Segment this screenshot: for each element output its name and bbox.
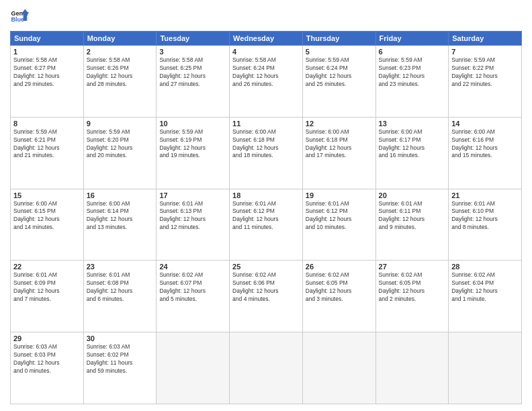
day-info: Sunrise: 5:59 AM Sunset: 6:22 PM Dayligh… <box>451 56 519 89</box>
day-cell: 10Sunrise: 5:59 AM Sunset: 6:19 PM Dayli… <box>157 117 230 189</box>
col-header-thursday: Thursday <box>302 32 375 46</box>
day-cell: 3Sunrise: 5:58 AM Sunset: 6:25 PM Daylig… <box>157 46 230 118</box>
day-number: 15 <box>13 191 81 199</box>
calendar-table: SundayMondayTuesdayWednesdayThursdayFrid… <box>10 31 522 404</box>
logo-icon: General Blue <box>10 7 29 26</box>
col-header-friday: Friday <box>375 32 449 46</box>
day-cell: 19Sunrise: 6:01 AM Sunset: 6:12 PM Dayli… <box>302 189 375 261</box>
day-info: Sunrise: 5:59 AM Sunset: 6:24 PM Dayligh… <box>306 56 373 89</box>
day-cell: 22Sunrise: 6:01 AM Sunset: 6:09 PM Dayli… <box>11 261 84 332</box>
day-info: Sunrise: 6:03 AM Sunset: 6:03 PM Dayligh… <box>13 343 81 375</box>
day-cell: 25Sunrise: 6:02 AM Sunset: 6:06 PM Dayli… <box>230 261 303 332</box>
day-cell: 17Sunrise: 6:01 AM Sunset: 6:13 PM Dayli… <box>157 189 230 261</box>
day-info: Sunrise: 6:02 AM Sunset: 6:04 PM Dayligh… <box>451 271 519 304</box>
day-cell: 9Sunrise: 5:59 AM Sunset: 6:20 PM Daylig… <box>83 117 157 189</box>
day-info: Sunrise: 6:00 AM Sunset: 6:18 PM Dayligh… <box>232 128 300 161</box>
day-number: 22 <box>13 263 81 271</box>
day-info: Sunrise: 5:58 AM Sunset: 6:25 PM Dayligh… <box>159 56 226 89</box>
day-cell: 20Sunrise: 6:01 AM Sunset: 6:11 PM Dayli… <box>375 189 449 261</box>
day-info: Sunrise: 6:00 AM Sunset: 6:16 PM Dayligh… <box>451 128 519 161</box>
day-cell: 21Sunrise: 6:01 AM Sunset: 6:10 PM Dayli… <box>449 189 522 261</box>
day-info: Sunrise: 5:58 AM Sunset: 6:27 PM Dayligh… <box>13 56 81 89</box>
day-cell: 8Sunrise: 5:59 AM Sunset: 6:21 PM Daylig… <box>11 117 84 189</box>
day-number: 16 <box>87 191 154 199</box>
day-info: Sunrise: 6:01 AM Sunset: 6:12 PM Dayligh… <box>306 200 373 232</box>
day-number: 18 <box>232 191 300 199</box>
week-row-3: 15Sunrise: 6:00 AM Sunset: 6:15 PM Dayli… <box>11 189 522 261</box>
day-number: 13 <box>379 120 446 128</box>
day-number: 21 <box>451 191 519 199</box>
day-number: 27 <box>379 263 446 271</box>
week-row-1: 1Sunrise: 5:58 AM Sunset: 6:27 PM Daylig… <box>11 46 522 118</box>
day-info: Sunrise: 6:01 AM Sunset: 6:09 PM Dayligh… <box>13 271 81 304</box>
day-cell <box>230 332 303 404</box>
day-cell: 1Sunrise: 5:58 AM Sunset: 6:27 PM Daylig… <box>11 46 84 118</box>
day-number: 20 <box>379 191 446 199</box>
day-number: 9 <box>87 120 154 128</box>
week-row-4: 22Sunrise: 6:01 AM Sunset: 6:09 PM Dayli… <box>11 261 522 332</box>
day-number: 8 <box>13 120 81 128</box>
col-header-monday: Monday <box>83 32 157 46</box>
day-number: 6 <box>379 48 446 56</box>
day-cell: 27Sunrise: 6:02 AM Sunset: 6:05 PM Dayli… <box>375 261 449 332</box>
day-cell: 7Sunrise: 5:59 AM Sunset: 6:22 PM Daylig… <box>449 46 522 118</box>
day-number: 25 <box>232 263 300 271</box>
day-number: 14 <box>451 120 519 128</box>
col-header-wednesday: Wednesday <box>230 32 303 46</box>
svg-text:Blue: Blue <box>11 16 24 23</box>
day-number: 2 <box>87 48 154 56</box>
day-info: Sunrise: 6:01 AM Sunset: 6:13 PM Dayligh… <box>159 200 226 232</box>
day-number: 12 <box>306 120 373 128</box>
calendar-header-row: SundayMondayTuesdayWednesdayThursdayFrid… <box>11 32 522 46</box>
day-info: Sunrise: 5:59 AM Sunset: 6:19 PM Dayligh… <box>159 128 226 161</box>
day-number: 29 <box>13 334 81 342</box>
day-number: 28 <box>451 263 519 271</box>
day-info: Sunrise: 5:59 AM Sunset: 6:21 PM Dayligh… <box>13 128 81 161</box>
day-cell: 6Sunrise: 5:59 AM Sunset: 6:23 PM Daylig… <box>375 46 449 118</box>
day-cell: 4Sunrise: 5:58 AM Sunset: 6:24 PM Daylig… <box>230 46 303 118</box>
header: General Blue <box>10 7 522 26</box>
day-number: 19 <box>306 191 373 199</box>
day-info: Sunrise: 5:58 AM Sunset: 6:26 PM Dayligh… <box>87 56 154 89</box>
day-number: 30 <box>87 334 154 342</box>
day-cell: 14Sunrise: 6:00 AM Sunset: 6:16 PM Dayli… <box>449 117 522 189</box>
col-header-saturday: Saturday <box>449 32 522 46</box>
day-cell <box>449 332 522 404</box>
day-cell: 28Sunrise: 6:02 AM Sunset: 6:04 PM Dayli… <box>449 261 522 332</box>
day-number: 26 <box>306 263 373 271</box>
day-number: 24 <box>159 263 226 271</box>
day-number: 5 <box>306 48 373 56</box>
day-cell: 12Sunrise: 6:00 AM Sunset: 6:18 PM Dayli… <box>302 117 375 189</box>
day-cell: 24Sunrise: 6:02 AM Sunset: 6:07 PM Dayli… <box>157 261 230 332</box>
day-number: 23 <box>87 263 154 271</box>
day-info: Sunrise: 6:00 AM Sunset: 6:18 PM Dayligh… <box>306 128 373 161</box>
day-number: 3 <box>159 48 226 56</box>
day-number: 17 <box>159 191 226 199</box>
day-number: 10 <box>159 120 226 128</box>
day-info: Sunrise: 6:01 AM Sunset: 6:12 PM Dayligh… <box>232 200 300 232</box>
day-cell: 5Sunrise: 5:59 AM Sunset: 6:24 PM Daylig… <box>302 46 375 118</box>
day-number: 4 <box>232 48 300 56</box>
day-cell <box>375 332 449 404</box>
day-info: Sunrise: 6:01 AM Sunset: 6:08 PM Dayligh… <box>87 271 154 304</box>
day-cell: 29Sunrise: 6:03 AM Sunset: 6:03 PM Dayli… <box>11 332 84 404</box>
day-info: Sunrise: 5:59 AM Sunset: 6:23 PM Dayligh… <box>379 56 446 89</box>
day-info: Sunrise: 6:03 AM Sunset: 6:02 PM Dayligh… <box>87 343 154 375</box>
day-info: Sunrise: 6:02 AM Sunset: 6:05 PM Dayligh… <box>306 271 373 304</box>
day-info: Sunrise: 6:02 AM Sunset: 6:05 PM Dayligh… <box>379 271 446 304</box>
day-cell: 23Sunrise: 6:01 AM Sunset: 6:08 PM Dayli… <box>83 261 157 332</box>
day-cell: 15Sunrise: 6:00 AM Sunset: 6:15 PM Dayli… <box>11 189 84 261</box>
day-info: Sunrise: 6:01 AM Sunset: 6:11 PM Dayligh… <box>379 200 446 232</box>
day-number: 1 <box>13 48 81 56</box>
day-info: Sunrise: 6:00 AM Sunset: 6:14 PM Dayligh… <box>87 200 154 232</box>
day-cell <box>302 332 375 404</box>
day-cell: 2Sunrise: 5:58 AM Sunset: 6:26 PM Daylig… <box>83 46 157 118</box>
day-cell: 18Sunrise: 6:01 AM Sunset: 6:12 PM Dayli… <box>230 189 303 261</box>
page: General Blue SundayMondayTuesdayWednesda… <box>0 0 532 411</box>
day-info: Sunrise: 5:58 AM Sunset: 6:24 PM Dayligh… <box>232 56 300 89</box>
day-info: Sunrise: 6:02 AM Sunset: 6:07 PM Dayligh… <box>159 271 226 304</box>
day-number: 7 <box>451 48 519 56</box>
logo: General Blue <box>10 7 32 26</box>
day-number: 11 <box>232 120 300 128</box>
week-row-2: 8Sunrise: 5:59 AM Sunset: 6:21 PM Daylig… <box>11 117 522 189</box>
